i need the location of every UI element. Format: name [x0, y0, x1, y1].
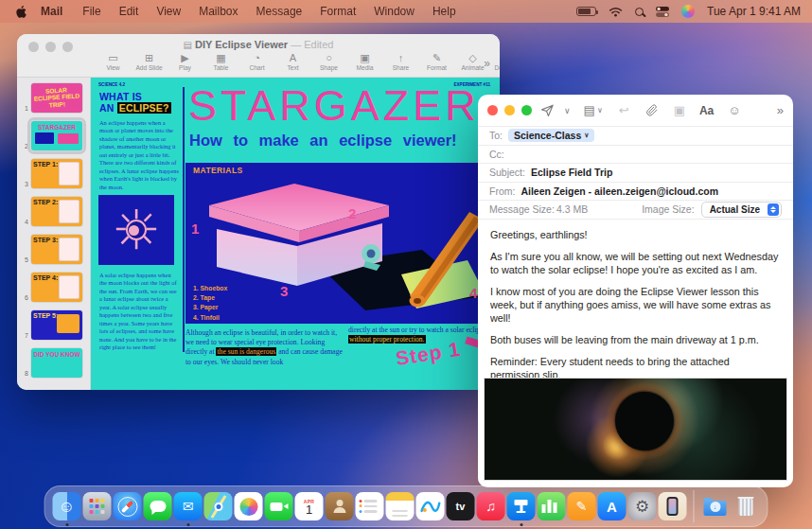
user-avatar-icon[interactable]: [681, 5, 695, 18]
subject-field[interactable]: Subject: Eclipse Field Trip: [478, 164, 793, 183]
materials-list: 1. Shoebox 2. Tape 3. Paper 4. Tinfoil: [193, 284, 227, 323]
dock-downloads-folder-icon[interactable]: ↓: [701, 492, 730, 520]
dock-mail-icon[interactable]: ✉: [174, 492, 203, 520]
slide-navigator: 1 SOLAR ECLIPSE FIELD TRIP! 2 STARGAZER …: [17, 78, 91, 390]
dock-launchpad-icon[interactable]: [83, 492, 112, 520]
keynote-window-title: ▤DIY Eclipse Viewer — Edited: [17, 39, 500, 50]
format-button[interactable]: ✎Format: [422, 52, 451, 71]
dock-finder-icon[interactable]: ☺: [53, 492, 81, 520]
emoji-icon[interactable]: ☺: [728, 103, 740, 117]
dock-trash-icon[interactable]: [732, 492, 760, 520]
eclipse-photo-attachment[interactable]: [484, 378, 787, 481]
attach-icon[interactable]: [645, 103, 659, 117]
menu-edit[interactable]: Edit: [119, 5, 139, 18]
wifi-icon[interactable]: [609, 7, 623, 17]
dock-maps-icon[interactable]: [204, 492, 233, 520]
from-value: Aileen Zeigen - aileen.zeigen@icloud.com: [521, 185, 718, 197]
dock-photos-icon[interactable]: [235, 492, 263, 520]
media-button[interactable]: ▣Media: [350, 52, 380, 71]
dock-appstore-icon[interactable]: A: [598, 492, 627, 520]
slide-thumb-2[interactable]: 2 STARGAZER: [17, 121, 90, 150]
format-text-icon[interactable]: Aa: [699, 104, 714, 117]
image-size-select[interactable]: Actual Size: [701, 202, 782, 218]
add-slide-button[interactable]: ⊞Add Slide: [134, 52, 164, 71]
animate-icon: ◇: [468, 52, 476, 63]
document-button[interactable]: ▤Document: [494, 52, 500, 71]
dock-messages-icon[interactable]: [144, 492, 172, 520]
menu-message[interactable]: Message: [256, 5, 303, 18]
dock-pages-icon[interactable]: ✎: [568, 492, 596, 520]
cc-field[interactable]: Cc:: [478, 146, 793, 165]
menu-help[interactable]: Help: [432, 5, 456, 18]
mail-header-fields: To: Science-Class∨ Cc: Subject: Eclipse …: [478, 126, 793, 220]
media-icon: ▣: [360, 52, 369, 63]
share-button[interactable]: ↑Share: [386, 52, 415, 71]
body-paragraph: As I'm sure you all know, we will be set…: [490, 250, 781, 276]
slide-thumb-7[interactable]: 7 STEP 5:: [17, 310, 90, 340]
materials-header: MATERIALS: [193, 166, 243, 175]
mail-toolbar-overflow-icon[interactable]: »: [777, 103, 784, 117]
shape-button[interactable]: ○Shape: [314, 52, 344, 71]
table-button[interactable]: ▦Table: [206, 52, 236, 71]
dock-numbers-icon[interactable]: [538, 492, 566, 520]
dock: ☺ ✉ APR1 tv ♫ ✎ A ⚙ ↓: [44, 485, 768, 527]
menu-file[interactable]: File: [82, 5, 100, 18]
message-size-value: 4.3 MB: [556, 203, 588, 215]
dock-freeform-icon[interactable]: [416, 492, 445, 520]
search-icon[interactable]: [635, 8, 644, 16]
dock-calendar-icon[interactable]: APR1: [295, 492, 324, 520]
dock-safari-icon[interactable]: [114, 492, 142, 520]
recipient-token[interactable]: Science-Class∨: [508, 129, 594, 142]
message-size-row: Message Size: 4.3 MB Image Size: Actual …: [478, 201, 793, 220]
view-button[interactable]: ▭View: [98, 52, 128, 71]
header-fields-icon[interactable]: ▤∨: [584, 103, 603, 117]
slide-thumb-5[interactable]: 5 STEP 3:: [17, 235, 90, 264]
dock-keynote-icon[interactable]: [507, 492, 536, 520]
dock-facetime-icon[interactable]: [265, 492, 293, 520]
what-is-heading: WHAT IS AN ECLIPSE?: [99, 92, 171, 114]
toolbar-overflow-chevron[interactable]: »: [484, 57, 490, 70]
caution-text-left: Although an eclipse is beautiful, in ord…: [185, 328, 343, 367]
dock-appletv-icon[interactable]: tv: [447, 492, 475, 520]
slide-thumb-4[interactable]: 4 STEP 2:: [17, 197, 90, 226]
mail-window-controls[interactable]: [487, 105, 532, 115]
play-button[interactable]: ▶Play: [170, 52, 200, 71]
dock-iphone-mirroring-icon[interactable]: [659, 492, 687, 520]
slide-canvas[interactable]: SCIENCE 4.2 EXPERIMENT #11 WHAT IS AN EC…: [91, 78, 500, 390]
slide-thumb-6[interactable]: 6 STEP 4:: [17, 273, 90, 302]
keynote-titlebar: ▤DIY Eclipse Viewer — Edited ▭View ⊞Add …: [17, 34, 500, 78]
materials-illustration: [185, 163, 485, 324]
send-options-chevron-icon[interactable]: ∨: [564, 106, 571, 115]
shape-icon: ○: [326, 52, 332, 63]
chart-button[interactable]: ◔Chart: [242, 52, 272, 71]
menu-bar: Mail File Edit View Mailbox Message Form…: [0, 0, 812, 23]
to-field[interactable]: To: Science-Class∨: [478, 127, 793, 146]
menu-view[interactable]: View: [156, 5, 181, 18]
slide-thumb-3[interactable]: 3 STEP 1:: [17, 159, 90, 188]
menu-mailbox[interactable]: Mailbox: [199, 5, 238, 18]
dock-music-icon[interactable]: ♫: [477, 492, 505, 520]
menu-window[interactable]: Window: [374, 5, 415, 18]
eclipse-moon: [615, 392, 674, 450]
text-button[interactable]: AText: [278, 52, 308, 71]
dock-settings-icon[interactable]: ⚙: [628, 492, 657, 520]
body-paragraph: I know most of you are doing the Eclipse…: [490, 285, 781, 325]
materials-panel: MATERIALS 1. Shoebox 2. Tape 3. Paper 4.…: [185, 163, 485, 324]
slide-thumb-8[interactable]: 8 DID YOU KNOW: [17, 348, 90, 378]
chart-icon: ◔: [254, 52, 260, 63]
sun-illustration: ☀: [98, 195, 174, 265]
from-field[interactable]: From: Aileen Zeigen - aileen.zeigen@iclo…: [478, 183, 793, 202]
battery-icon[interactable]: [576, 7, 596, 16]
eclipse-highlight: ECLIPSE?: [117, 102, 171, 114]
dock-notes-icon[interactable]: [386, 492, 415, 520]
send-icon[interactable]: [540, 103, 555, 117]
dock-contacts-icon[interactable]: [326, 492, 354, 520]
apple-menu-icon[interactable]: [15, 5, 27, 19]
menu-format[interactable]: Format: [320, 5, 356, 18]
menu-app-name[interactable]: Mail: [41, 5, 62, 18]
eclipse-paragraph-1: An eclipse happens when a moon or planet…: [99, 119, 179, 191]
control-center-icon[interactable]: [656, 7, 669, 17]
menu-clock[interactable]: Tue Apr 1 9:41 AM: [707, 5, 801, 18]
slide-thumb-1[interactable]: 1 SOLAR ECLIPSE FIELD TRIP!: [17, 83, 90, 113]
dock-reminders-icon[interactable]: [356, 492, 384, 520]
